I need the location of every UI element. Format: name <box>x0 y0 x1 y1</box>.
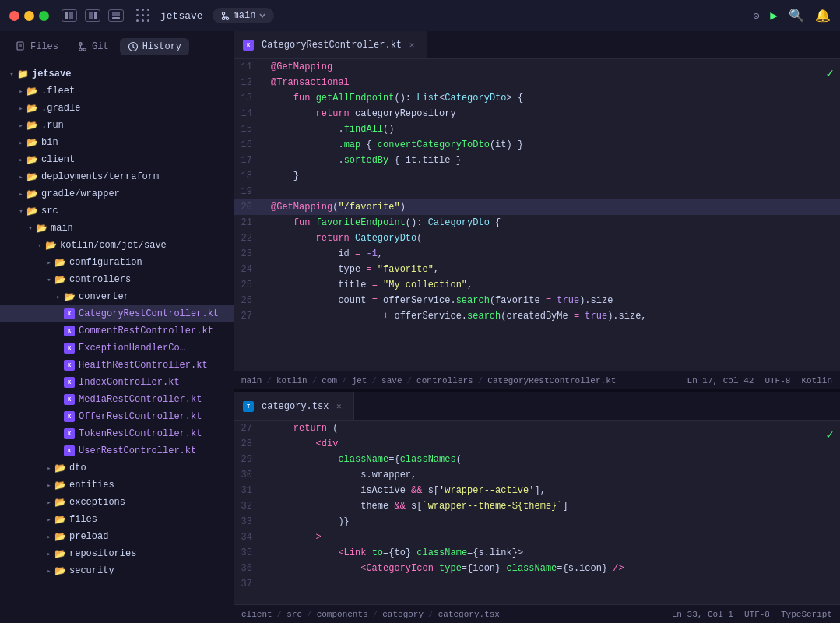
language-bottom: TypeScript <box>781 610 832 619</box>
tree-item-category-controller[interactable]: ▸ K CategoryRestController.kt <box>0 305 234 322</box>
tree-item-entities[interactable]: ▸ 📂 entities <box>0 477 234 494</box>
code-line-24: 24 type = "favorite", <box>234 262 840 277</box>
svg-rect-4 <box>112 12 120 16</box>
tab-git[interactable]: Git <box>69 38 117 55</box>
run-icon[interactable]: ▶ <box>770 8 778 23</box>
tab-category-tsx[interactable]: T category.tsx ✕ <box>234 392 354 420</box>
check-mark-top: ✓ <box>826 65 834 81</box>
code-line-b27: 27 return ( <box>234 421 840 436</box>
close-tab-category[interactable]: ✕ <box>406 40 417 51</box>
tab-category-controller-label: CategoryRestController.kt <box>262 40 402 51</box>
code-line-14: 14 return categoryRepository <box>234 106 840 121</box>
tree-item-controllers[interactable]: ▾ 📂 controllers <box>0 271 234 288</box>
tab-history[interactable]: History <box>120 38 189 55</box>
status-right-bottom: Ln 33, Col 1 UTF-8 TypeScript <box>672 610 832 619</box>
tree-item-index-controller[interactable]: ▸ K IndexController.kt <box>0 374 234 391</box>
code-line-b35: 35 <Link to={to} className={s.link}> <box>234 545 840 561</box>
svg-rect-1 <box>69 12 73 19</box>
sidebar-tab-bar: Files Git History <box>0 31 234 62</box>
breadcrumb-src: src <box>286 610 302 619</box>
breadcrumb-save: save <box>381 376 402 385</box>
editor-tab-bar-top: K CategoryRestController.kt ✕ <box>234 31 840 59</box>
tree-item-run-dot[interactable]: ▸ 📂 .run <box>0 117 234 134</box>
breadcrumb-client: client <box>241 610 272 619</box>
code-view-bottom[interactable]: ✓ 27 return ( 28 <div <box>234 421 840 604</box>
tree-root[interactable]: ▾ 📁 jetsave <box>0 65 234 83</box>
panel-right-icon[interactable] <box>85 9 100 22</box>
tree-item-configuration[interactable]: ▸ 📂 configuration <box>0 254 234 271</box>
tree-item-main[interactable]: ▾ 📂 main <box>0 220 234 237</box>
svg-rect-0 <box>65 12 68 19</box>
titlebar-right-icons: ⊙ ▶ 🔍 🔔 <box>753 8 831 23</box>
code-line-22: 22 return CategoryDto( <box>234 231 840 246</box>
close-button[interactable] <box>9 11 19 21</box>
code-line-b28: 28 <div <box>234 436 840 452</box>
close-tab-category-tsx[interactable]: ✕ <box>333 401 344 412</box>
language-top: Kotlin <box>801 376 832 385</box>
project-name: jetsave <box>160 10 203 22</box>
tree-item-fleet[interactable]: ▸ 📂 .fleet <box>0 83 234 100</box>
maximize-button[interactable] <box>39 11 49 21</box>
check-mark-bottom: ✓ <box>826 427 834 442</box>
tree-item-gradle-dot[interactable]: ▸ 📂 .gradle <box>0 100 234 117</box>
code-view-top[interactable]: ✓ 11 @GetMapping 12 @Transactional <box>234 59 840 371</box>
code-line-b33: 33 )} <box>234 514 840 530</box>
svg-rect-3 <box>94 12 97 19</box>
sidebar-toggle-icon[interactable] <box>62 9 77 22</box>
tree-item-deployments[interactable]: ▸ 📂 deployments/terraform <box>0 168 234 185</box>
editor-tab-bar-bottom: T category.tsx ✕ <box>234 392 840 421</box>
tree-item-bin[interactable]: ▸ 📂 bin <box>0 134 234 151</box>
tree-item-offer-controller[interactable]: ▸ K OfferRestController.kt <box>0 408 234 425</box>
cursor-position-bottom: Ln 33, Col 1 <box>672 610 733 619</box>
tab-category-controller[interactable]: K CategoryRestController.kt ✕ <box>234 31 427 58</box>
apps-grid-icon[interactable] <box>136 9 151 23</box>
breadcrumb-file-tsx: category.tsx <box>438 610 500 619</box>
code-line-b37: 37 <box>234 576 840 592</box>
editor-pane-top: K CategoryRestController.kt ✕ ✓ 11 @GetM… <box>234 31 840 389</box>
panel-icons <box>62 9 124 22</box>
tree-item-files[interactable]: ▸ 📂 files <box>0 511 234 528</box>
tree-item-exception-controller[interactable]: ▸ K ExceptionHandlerControlle <box>0 340 234 357</box>
breadcrumb-controllers: controllers <box>416 376 473 385</box>
svg-rect-2 <box>89 12 93 19</box>
tree-item-client[interactable]: ▸ 📂 client <box>0 151 234 168</box>
tree-item-health-controller[interactable]: ▸ K HealthRestController.kt <box>0 357 234 374</box>
tree-item-user-controller[interactable]: ▸ K UserRestController.kt <box>0 442 234 459</box>
tree-item-converter[interactable]: ▸ 📂 converter <box>0 288 234 305</box>
breadcrumb-components: components <box>317 610 368 619</box>
notifications-icon[interactable]: 🔔 <box>815 8 831 23</box>
code-line-b34: 34 > <box>234 530 840 545</box>
tree-item-repositories[interactable]: ▸ 📂 repositories <box>0 545 234 562</box>
branch-selector[interactable]: main <box>213 8 275 23</box>
code-line-26: 26 count = offerService.search(favorite … <box>234 293 840 308</box>
branch-name: main <box>234 10 256 21</box>
status-right-top: Ln 17, Col 42 UTF-8 Kotlin <box>687 376 832 385</box>
editor-split: K CategoryRestController.kt ✕ ✓ 11 @GetM… <box>234 31 840 623</box>
code-line-27: 27 + offerService.search(createdByMe = t… <box>234 308 840 324</box>
panel-bottom-icon[interactable] <box>108 9 124 22</box>
minimize-button[interactable] <box>24 11 34 21</box>
tree-item-media-controller[interactable]: ▸ K MediaRestController.kt <box>0 391 234 408</box>
code-line-b32: 32 theme && s[`wrapper--theme-${theme}`] <box>234 498 840 514</box>
svg-point-6 <box>222 12 224 14</box>
search-icon[interactable]: 🔍 <box>789 8 804 23</box>
main-layout: Files Git History ▾ 📁 jetsave ▸ 📂 <box>0 31 840 623</box>
tree-item-comment-controller[interactable]: ▸ K CommentRestController.kt <box>0 322 234 340</box>
svg-rect-5 <box>112 17 120 19</box>
code-line-18: 18 } <box>234 168 840 184</box>
titlebar: jetsave main ⊙ ▶ 🔍 🔔 <box>0 0 840 31</box>
status-bar-top: main / kotlin / com / jet / save / contr… <box>234 371 840 389</box>
code-line-13: 13 fun getAllEndpoint(): List<CategoryDt… <box>234 90 840 106</box>
tree-item-dto[interactable]: ▸ 📂 dto <box>0 459 234 477</box>
tree-item-src[interactable]: ▾ 📂 src <box>0 202 234 220</box>
tree-item-exceptions[interactable]: ▸ 📂 exceptions <box>0 494 234 511</box>
breadcrumb-file-kt: CategoryRestController.kt <box>487 376 616 385</box>
streaming-icon[interactable]: ⊙ <box>753 9 759 23</box>
tree-item-kotlin-path[interactable]: ▾ 📂 kotlin/com/jet/save <box>0 237 234 254</box>
tree-item-gradle-wrapper[interactable]: ▸ 📂 gradle/wrapper <box>0 185 234 202</box>
tree-item-security[interactable]: ▸ 📂 security <box>0 562 234 579</box>
tab-files[interactable]: Files <box>8 38 66 55</box>
tree-item-preload[interactable]: ▸ 📂 preload <box>0 528 234 545</box>
tree-item-token-controller[interactable]: ▸ K TokenRestController.kt <box>0 425 234 442</box>
code-line-20: 20 @GetMapping("/favorite") <box>234 199 840 215</box>
